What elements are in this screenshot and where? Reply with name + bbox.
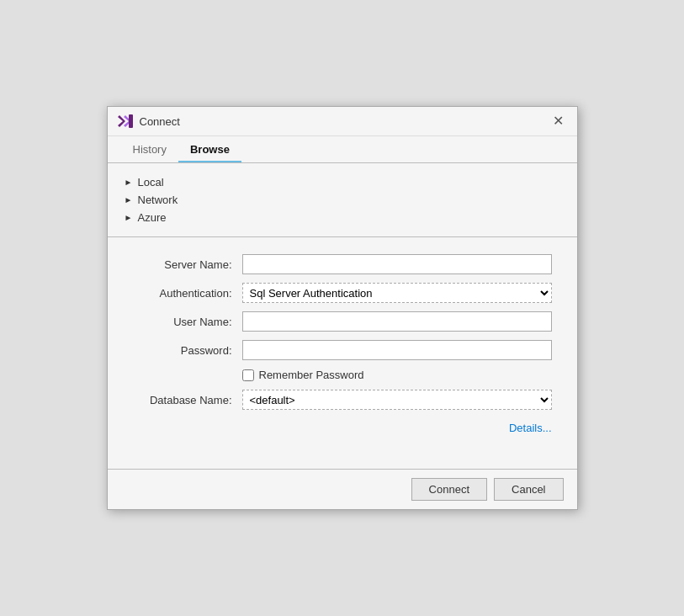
remember-password-label: Remember Password (259, 369, 364, 381)
username-row: User Name: (133, 311, 552, 332)
authentication-select[interactable]: Sql Server Authentication Windows Authen… (242, 283, 552, 303)
authentication-label: Authentication: (133, 287, 242, 300)
username-input[interactable] (242, 311, 552, 332)
server-name-row: Server Name: (133, 254, 552, 274)
server-name-input[interactable] (242, 254, 552, 274)
tree-label-azure: Azure (138, 211, 167, 224)
details-link[interactable]: Details... (509, 422, 552, 434)
tree-arrow-azure: ► (125, 213, 135, 222)
database-name-label: Database Name: (133, 394, 242, 406)
svg-rect-0 (129, 114, 133, 128)
close-button[interactable]: ✕ (549, 114, 567, 128)
database-name-row: Database Name: <default> (133, 390, 552, 410)
tree-label-local: Local (138, 176, 164, 189)
authentication-row: Authentication: Sql Server Authenticatio… (133, 283, 552, 303)
browse-section: ► Local ► Network ► Azure (108, 163, 577, 237)
tree-arrow-network: ► (125, 195, 135, 204)
dialog-title: Connect (140, 115, 180, 128)
password-label: Password: (133, 344, 242, 357)
tree-item-azure[interactable]: ► Azure (125, 209, 560, 226)
footer: Connect Cancel (108, 469, 577, 509)
connect-dialog: Connect ✕ History Browse ► Local ► Netwo… (107, 106, 578, 510)
vs-icon (118, 114, 133, 129)
tree-item-local[interactable]: ► Local (125, 173, 560, 191)
connect-button[interactable]: Connect (411, 478, 487, 501)
tree-arrow-local: ► (125, 178, 135, 187)
remember-password-checkbox[interactable] (242, 369, 254, 381)
tree-item-network[interactable]: ► Network (125, 191, 560, 209)
password-input[interactable] (242, 340, 552, 360)
tab-history[interactable]: History (121, 136, 178, 162)
remember-password-row: Remember Password (133, 369, 552, 381)
cancel-button[interactable]: Cancel (494, 478, 563, 501)
form-section: Server Name: Authentication: Sql Server … (108, 237, 577, 469)
password-row: Password: (133, 340, 552, 360)
title-bar-left: Connect (118, 114, 180, 129)
title-bar: Connect ✕ (108, 107, 577, 136)
tree-label-network: Network (138, 194, 178, 206)
tab-browse[interactable]: Browse (178, 136, 241, 162)
server-name-label: Server Name: (133, 258, 242, 271)
username-label: User Name: (133, 316, 242, 328)
tabs-container: History Browse (108, 136, 577, 162)
details-row: Details... (133, 418, 552, 441)
database-name-select[interactable]: <default> (242, 390, 552, 410)
